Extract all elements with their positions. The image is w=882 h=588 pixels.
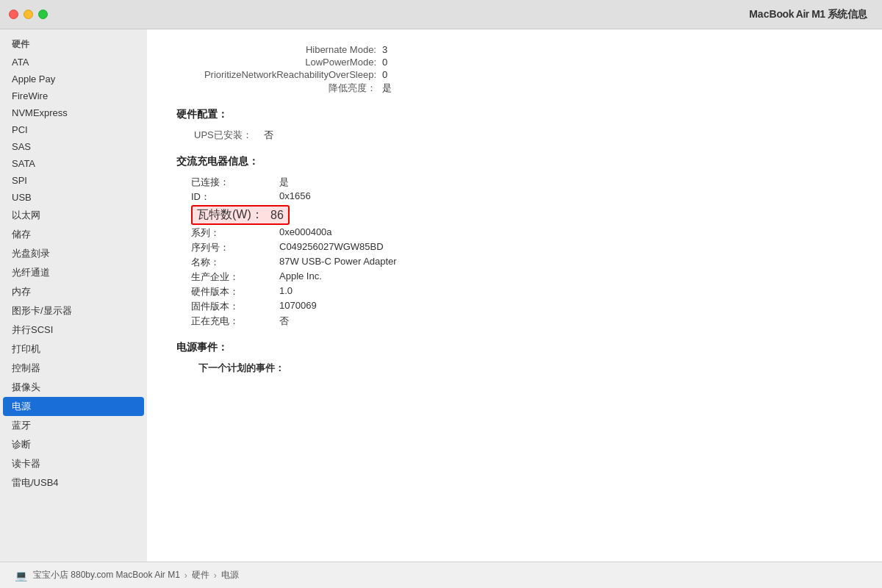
sidebar-item-sas[interactable]: SAS [0, 138, 147, 155]
sidebar-item-spi[interactable]: SPI [0, 172, 147, 189]
breadcrumb-device: 宝宝小店 880by.com MacBook Air M1 [33, 569, 180, 581]
breadcrumb-sep-2: › [214, 570, 217, 581]
bottom-bar: 💻 宝宝小店 880by.com MacBook Air M1 › 硬件 › 电… [0, 562, 882, 588]
close-button[interactable] [9, 10, 18, 19]
breadcrumb-hardware: 硬件 [192, 569, 209, 581]
low-power-mode-value: 0 [382, 57, 387, 68]
content-area: Hibernate Mode: 3 LowPowerMode: 0 Priori… [147, 29, 882, 562]
id-label: ID： [191, 190, 279, 204]
sidebar-item-optical[interactable]: 光盘刻录 [0, 244, 147, 263]
watts-highlight-box: 瓦特数(W)： 86 [191, 205, 290, 225]
charging-row: 正在充电： 否 [191, 315, 853, 328]
hibernate-mode-value: 3 [382, 44, 387, 55]
ups-row: UPS已安装： 否 [191, 129, 853, 142]
sidebar-item-nvmexpress[interactable]: NVMExpress [0, 104, 147, 121]
charger-details: 已连接： 是 ID： 0x1656 瓦特数(W)： 86 系列： 0xe00 [191, 176, 853, 328]
reduce-brightness-label: 降低亮度： [176, 82, 382, 95]
name-row: 名称： 87W USB-C Power Adapter [191, 256, 853, 269]
sidebar-item-storage[interactable]: 储存 [0, 225, 147, 244]
id-row: ID： 0x1656 [191, 190, 853, 204]
titlebar: MacBook Air M1 系统信息 [0, 0, 882, 29]
manufacturer-value: Apple Inc. [279, 270, 322, 284]
fw-version-value: 1070069 [279, 300, 317, 313]
sidebar-item-bluetooth[interactable]: 蓝牙 [0, 416, 147, 435]
sidebar-item-thunderbolt[interactable]: 雷电/USB4 [0, 473, 147, 492]
hibernate-mode-label: Hibernate Mode: [176, 44, 382, 55]
watts-highlighted-row: 瓦特数(W)： 86 [191, 205, 853, 225]
prioritize-network-row: PrioritizeNetworkReachabilityOverSleep: … [176, 69, 853, 80]
sidebar-section-header: 硬件 [0, 32, 147, 54]
charger-section: 交流充电器信息： 已连接： 是 ID： 0x1656 瓦特数(W)： 86 [176, 155, 853, 328]
traffic-lights [9, 10, 48, 19]
fw-version-row: 固件版本： 1070069 [191, 300, 853, 313]
series-row: 系列： 0xe000400a [191, 226, 853, 240]
sidebar-item-apple-pay[interactable]: Apple Pay [0, 71, 147, 87]
maximize-button[interactable] [38, 10, 48, 19]
prioritize-network-value: 0 [382, 69, 387, 80]
next-event-label: 下一个计划的事件： [198, 362, 853, 375]
manufacturer-label: 生产企业： [191, 270, 279, 284]
charger-section-title: 交流充电器信息： [176, 155, 853, 168]
sidebar-item-camera[interactable]: 摄像头 [0, 378, 147, 397]
sidebar-scroll[interactable]: 硬件 ATA Apple Pay FireWire NVMExpress PCI… [0, 29, 147, 562]
serial-value: C049256027WGW85BD [279, 241, 384, 254]
low-power-mode-label: LowPowerMode: [176, 57, 382, 68]
hardware-config-section: 硬件配置： UPS已安装： 否 [176, 108, 853, 142]
sidebar-item-sata[interactable]: SATA [0, 155, 147, 172]
reduce-brightness-row: 降低亮度： 是 [176, 82, 853, 95]
ups-value: 否 [264, 129, 273, 142]
connected-row: 已连接： 是 [191, 176, 853, 189]
hibernate-mode-row: Hibernate Mode: 3 [176, 44, 853, 55]
laptop-icon: 💻 [15, 570, 27, 581]
breadcrumb-sep-1: › [184, 570, 187, 581]
reduce-brightness-value: 是 [382, 82, 392, 95]
ups-label: UPS已安装： [191, 129, 258, 142]
charging-value: 否 [279, 315, 289, 328]
connected-label: 已连接： [191, 176, 279, 189]
sidebar-item-ata[interactable]: ATA [0, 54, 147, 71]
sidebar-item-graphics[interactable]: 图形卡/显示器 [0, 301, 147, 320]
connected-value: 是 [279, 176, 289, 189]
low-power-mode-row: LowPowerMode: 0 [176, 57, 853, 68]
power-events-section: 电源事件： 下一个计划的事件： [176, 341, 853, 375]
serial-label: 序列号： [191, 241, 279, 254]
hardware-config-title: 硬件配置： [176, 108, 853, 121]
sidebar-item-printer[interactable]: 打印机 [0, 340, 147, 359]
sidebar-item-fiber[interactable]: 光纤通道 [0, 263, 147, 282]
id-value: 0x1656 [279, 190, 311, 204]
sidebar-item-card-reader[interactable]: 读卡器 [0, 454, 147, 473]
main-container: 硬件 ATA Apple Pay FireWire NVMExpress PCI… [0, 29, 882, 562]
watts-value: 86 [270, 209, 284, 222]
sidebar: 硬件 ATA Apple Pay FireWire NVMExpress PCI… [0, 29, 147, 562]
charging-label: 正在充电： [191, 315, 279, 328]
sidebar-item-memory[interactable]: 内存 [0, 282, 147, 301]
sidebar-item-controller[interactable]: 控制器 [0, 359, 147, 378]
sidebar-item-pci[interactable]: PCI [0, 121, 147, 138]
sidebar-item-firewire[interactable]: FireWire [0, 87, 147, 104]
breadcrumb-power: 电源 [221, 569, 239, 581]
power-events-title: 电源事件： [176, 341, 853, 354]
series-value: 0xe000400a [279, 226, 332, 240]
hw-version-row: 硬件版本： 1.0 [191, 285, 853, 298]
sidebar-item-ethernet[interactable]: 以太网 [0, 206, 147, 225]
series-label: 系列： [191, 226, 279, 240]
top-info-section: Hibernate Mode: 3 LowPowerMode: 0 Priori… [176, 44, 853, 95]
hw-version-value: 1.0 [279, 285, 293, 298]
sidebar-item-diagnostics[interactable]: 诊断 [0, 435, 147, 454]
prioritize-network-label: PrioritizeNetworkReachabilityOverSleep: [176, 69, 382, 80]
hw-version-label: 硬件版本： [191, 285, 279, 298]
watts-label: 瓦特数(W)： [197, 207, 270, 223]
fw-version-label: 固件版本： [191, 300, 279, 313]
manufacturer-row: 生产企业： Apple Inc. [191, 270, 853, 284]
sidebar-item-usb[interactable]: USB [0, 189, 147, 206]
sidebar-item-scsi[interactable]: 并行SCSI [0, 320, 147, 340]
sidebar-item-power[interactable]: 电源 [3, 397, 144, 416]
name-value: 87W USB-C Power Adapter [279, 256, 397, 269]
serial-row: 序列号： C049256027WGW85BD [191, 241, 853, 254]
window-title: MacBook Air M1 系统信息 [48, 8, 873, 21]
name-label: 名称： [191, 256, 279, 269]
minimize-button[interactable] [24, 10, 33, 19]
